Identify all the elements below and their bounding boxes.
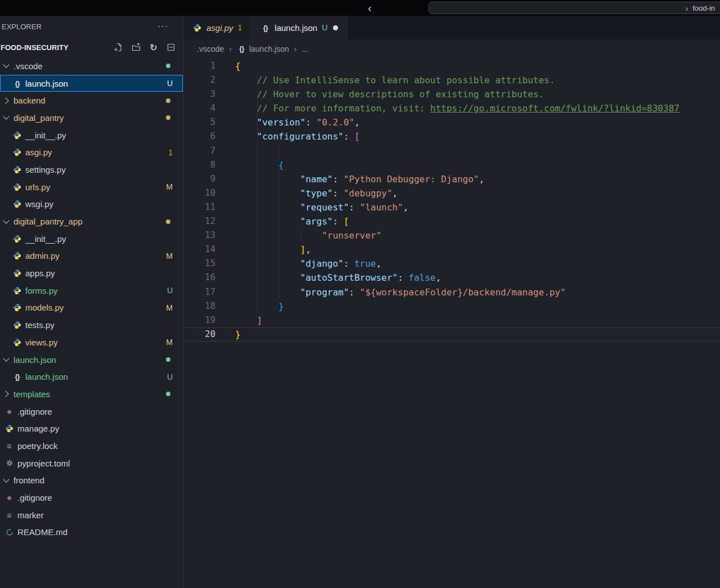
file-label: launch.json xyxy=(25,79,68,88)
code-line-17[interactable]: 17 "program": "${workspaceFolder}/backen… xyxy=(183,285,720,299)
tree-file-.gitignore[interactable]: ◆.gitignore xyxy=(0,489,183,506)
line-content: // Hover to view descriptions of existin… xyxy=(235,87,544,101)
collapse-all-icon[interactable] xyxy=(165,41,177,53)
tree-file-urls.py[interactable]: urls.pyM xyxy=(0,178,183,196)
tree-file-forms.py[interactable]: forms.pyU xyxy=(0,282,183,299)
tree-folder-digital_pantry_app[interactable]: digital_pantry_app xyxy=(0,213,183,230)
line-number[interactable]: 13 xyxy=(183,228,215,243)
indent-guide xyxy=(278,144,279,299)
tab-launch.json[interactable]: {}launch.jsonU xyxy=(251,16,348,39)
line-number[interactable]: 18 xyxy=(183,299,215,313)
tree-folder-launch.json[interactable]: launch.json xyxy=(0,351,183,369)
python-file-icon xyxy=(12,286,22,295)
code-line-11[interactable]: 11 "request": "launch", xyxy=(183,200,720,214)
line-number[interactable]: 17 xyxy=(183,285,215,299)
tree-folder-.vscode[interactable]: .vscode xyxy=(0,57,183,75)
tree-file-views.py[interactable]: views.pyM xyxy=(0,334,183,351)
tree-file-launch.json[interactable]: {}launch.jsonU xyxy=(0,368,183,385)
line-number[interactable]: 1 xyxy=(183,59,215,73)
git-status-badge: M xyxy=(166,338,173,347)
code-line-8[interactable]: 8 { xyxy=(183,158,720,172)
unsaved-dot-icon[interactable] xyxy=(333,25,338,30)
line-number[interactable]: 7 xyxy=(183,144,215,158)
code-line-19[interactable]: 19 ] xyxy=(183,313,720,327)
breadcrumb-segment[interactable]: ... xyxy=(302,44,308,53)
file-label: .vscode xyxy=(14,61,43,71)
code-line-1[interactable]: 1{ xyxy=(183,59,720,73)
tree-folder-frontend[interactable]: frontend xyxy=(0,472,183,490)
refresh-icon[interactable]: ↻ xyxy=(147,41,160,53)
chevron-down-icon xyxy=(2,218,10,226)
tree-file-models.py[interactable]: models.pyM xyxy=(0,299,183,317)
tree-file-.gitignore[interactable]: ◆.gitignore xyxy=(0,403,183,420)
line-number[interactable]: 2 xyxy=(183,73,215,87)
code-line-13[interactable]: 13 "runserver" xyxy=(183,228,720,243)
project-section-header[interactable]: FOOD-INSECURITY ↻ xyxy=(0,37,183,57)
tree-file-poetry.lock[interactable]: ≡poetry.lock xyxy=(0,437,183,455)
explorer-sidebar: EXPLORER ··· FOOD-INSECURITY ↻ xyxy=(0,16,183,588)
indent-guide xyxy=(300,228,301,243)
command-center-search[interactable]: › food-in xyxy=(429,2,720,14)
line-number[interactable]: 15 xyxy=(183,257,215,271)
chevron-right-icon xyxy=(2,390,10,398)
tree-file-README.md[interactable]: README.md xyxy=(0,524,183,541)
line-number[interactable]: 19 xyxy=(183,313,215,327)
line-content: "version": "0.2.0", xyxy=(235,115,360,129)
new-folder-icon[interactable] xyxy=(130,41,142,53)
code-line-5[interactable]: 5 "version": "0.2.0", xyxy=(183,115,720,129)
tree-file-launch.json[interactable]: {}launch.jsonU xyxy=(0,75,183,92)
tree-file-admin.py[interactable]: admin.pyM xyxy=(0,248,183,265)
tree-file-pyproject.toml[interactable]: pyproject.toml xyxy=(0,455,183,472)
breadcrumb-segment[interactable]: .vscode xyxy=(197,44,224,53)
code-line-2[interactable]: 2 // Use IntelliSense to learn about pos… xyxy=(183,73,720,87)
tree-folder-digital_pantry[interactable]: digital_pantry xyxy=(0,109,183,127)
tree-file-__init__.py[interactable]: __init__.py xyxy=(0,230,183,248)
tree-file-wsgi.py[interactable]: wsgi.py xyxy=(0,196,183,213)
tree-file-__init__.py[interactable]: __init__.py xyxy=(0,127,183,144)
line-number[interactable]: 9 xyxy=(183,172,215,186)
code-line-4[interactable]: 4 // For more information, visit: https:… xyxy=(183,101,720,115)
git-status-badge: M xyxy=(166,303,173,312)
code-line-18[interactable]: 18 } xyxy=(183,299,720,313)
line-number[interactable]: 6 xyxy=(183,129,215,143)
tree-file-tests.py[interactable]: tests.py xyxy=(0,316,183,334)
tree-folder-backend[interactable]: backend xyxy=(0,92,183,109)
line-number[interactable]: 14 xyxy=(183,243,215,257)
tree-file-marker[interactable]: ≡marker xyxy=(0,506,183,524)
code-line-7[interactable]: 7 xyxy=(183,144,720,158)
line-number[interactable]: 11 xyxy=(183,200,215,214)
code-line-12[interactable]: 12 "args": [ xyxy=(183,214,720,228)
more-actions-icon[interactable]: ··· xyxy=(158,21,168,32)
json-file-icon: {} xyxy=(12,372,22,381)
line-number[interactable]: 12 xyxy=(183,214,215,228)
code-line-6[interactable]: 6 "configurations": [ xyxy=(183,129,720,143)
tree-file-settings.py[interactable]: settings.py xyxy=(0,161,183,178)
file-label: urls.py xyxy=(25,182,50,192)
line-number[interactable]: 16 xyxy=(183,271,215,285)
breadcrumb-segment[interactable]: {}launch.json xyxy=(237,44,289,53)
code-line-15[interactable]: 15 "django": true, xyxy=(183,257,720,271)
code-editor[interactable]: 1{2 // Use IntelliSense to learn about p… xyxy=(183,58,720,588)
tree-file-asgi.py[interactable]: asgi.py1 xyxy=(0,143,183,161)
file-label: frontend xyxy=(14,475,44,485)
line-content: "args": [ xyxy=(235,214,349,228)
breadcrumb: .vscode›{}launch.json›... xyxy=(183,39,720,58)
line-number[interactable]: 3 xyxy=(183,87,215,101)
code-line-20[interactable]: 20} xyxy=(183,327,720,342)
code-line-16[interactable]: 16 "autoStartBrowser": false, xyxy=(183,271,720,285)
line-number[interactable]: 8 xyxy=(183,158,215,172)
line-number[interactable]: 4 xyxy=(183,101,215,115)
new-file-icon[interactable] xyxy=(112,41,125,53)
back-chevron-icon[interactable]: ‹ xyxy=(368,1,372,15)
code-line-9[interactable]: 9 "name": "Python Debugger: Django", xyxy=(183,172,720,186)
tree-folder-templates[interactable]: templates xyxy=(0,385,183,403)
tab-asgi.py[interactable]: asgi.py1 xyxy=(183,16,251,39)
code-line-14[interactable]: 14 ], xyxy=(183,243,720,257)
tree-file-apps.py[interactable]: apps.py xyxy=(0,264,183,282)
code-line-10[interactable]: 10 "type": "debugpy", xyxy=(183,186,720,200)
line-number[interactable]: 10 xyxy=(183,186,215,200)
line-number[interactable]: 20 xyxy=(183,327,215,342)
line-number[interactable]: 5 xyxy=(183,115,215,129)
code-line-3[interactable]: 3 // Hover to view descriptions of exist… xyxy=(183,87,720,101)
tree-file-manage.py[interactable]: manage.py xyxy=(0,420,183,437)
